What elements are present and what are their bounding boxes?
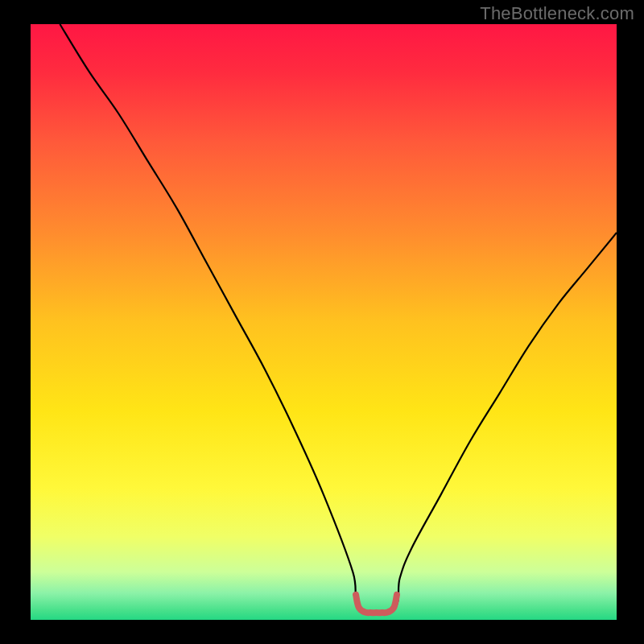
watermark-text: TheBottleneck.com xyxy=(480,3,634,24)
chart-frame: { "watermark": "TheBottleneck.com", "cha… xyxy=(0,0,644,644)
chart-svg xyxy=(0,0,644,644)
